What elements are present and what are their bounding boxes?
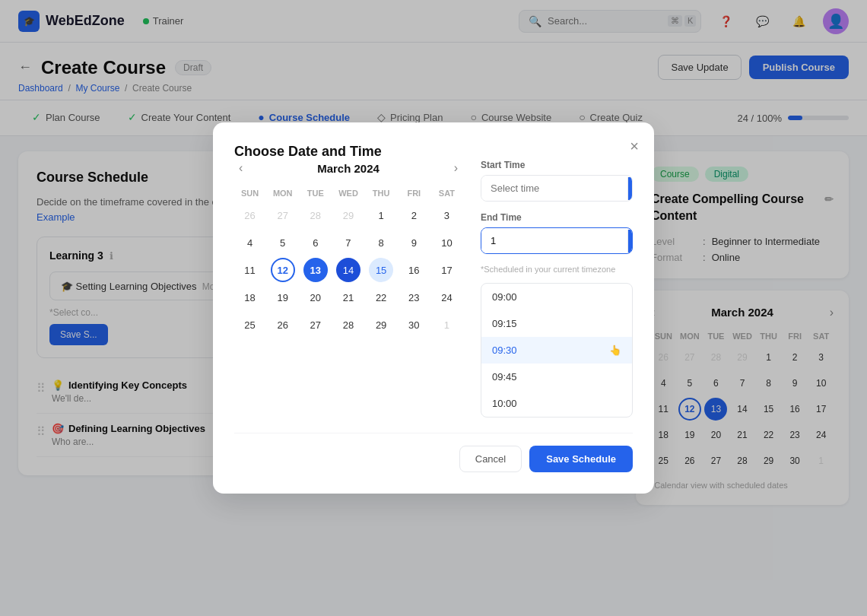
modal-cal-day[interactable]: 26 [238, 203, 262, 227]
modal-calendar-section: ‹ March 2024 › SUN MON TUE WED THU FRI S… [234, 160, 462, 418]
time-option-0915[interactable]: 09:15 [481, 310, 632, 337]
modal-cal-day[interactable]: 23 [402, 285, 426, 310]
end-am-button[interactable]: AM [628, 230, 633, 252]
end-time-input[interactable] [481, 228, 627, 253]
time-option-0930-cursor-icon: 👆 [609, 345, 621, 356]
modal-cal-day[interactable]: 6 [303, 230, 328, 255]
modal-cal-day-today[interactable]: 12 [271, 258, 295, 282]
modal-cal-day[interactable]: 3 [434, 203, 459, 227]
modal-cal-day[interactable]: 5 [271, 230, 295, 255]
modal-save-schedule-button[interactable]: Save Schedule [529, 446, 633, 472]
modal-cal-day[interactable]: 1 [434, 313, 459, 337]
modal-cal-day[interactable]: 1 [369, 203, 393, 227]
modal-cal-day[interactable]: 2 [402, 203, 426, 227]
modal-cal-day[interactable]: 18 [238, 285, 262, 310]
start-time-input[interactable] [481, 176, 627, 201]
timezone-note: *Scheduled in your current timezone [481, 265, 633, 274]
time-option-0945[interactable]: 09:45 [481, 364, 632, 390]
modal-cal-day[interactable]: 8 [369, 230, 393, 255]
modal-cal-day[interactable]: 28 [336, 313, 360, 337]
modal-cal-day[interactable]: 9 [402, 230, 426, 255]
start-am-pm-toggle: AM PM [627, 177, 633, 200]
cal-header-wed: WED [332, 186, 364, 201]
modal-cal-day[interactable]: 22 [369, 285, 393, 310]
modal-cal-day[interactable]: 21 [336, 285, 360, 310]
cal-header-sun: SUN [234, 186, 265, 201]
modal-cal-day[interactable]: 11 [238, 258, 262, 282]
start-time-label: Start Time [481, 160, 633, 170]
modal-cal-day[interactable]: 19 [271, 285, 295, 310]
time-option-1000[interactable]: 10:00 [481, 390, 632, 417]
cal-header-tue: TUE [300, 186, 331, 201]
modal-cal-day[interactable]: 25 [238, 313, 262, 337]
time-option-0930[interactable]: 09:30 👆 [481, 337, 632, 364]
cal-header-mon: MON [267, 186, 298, 201]
modal-cal-day[interactable]: 26 [271, 313, 295, 337]
modal-cal-day[interactable]: 20 [303, 285, 328, 310]
modal-overlay: Choose Date and Time × ‹ March 2024 › SU… [0, 0, 867, 616]
modal-cal-day-selected-end[interactable]: 14 [336, 258, 360, 282]
time-section: Start Time AM PM End Time AM PM [481, 160, 633, 418]
modal-cancel-button[interactable]: Cancel [459, 446, 522, 472]
modal-cal-day[interactable]: 30 [402, 313, 426, 337]
modal-cal-next-button[interactable]: › [449, 160, 462, 176]
end-time-label: End Time [481, 212, 633, 223]
modal-title: Choose Date and Time [234, 144, 382, 159]
modal-cal-day[interactable]: 24 [434, 285, 459, 310]
cal-header-sat: SAT [431, 186, 462, 201]
end-time-row: AM PM [481, 227, 633, 254]
modal-cal-nav: ‹ March 2024 › [234, 160, 462, 176]
modal-cal-day[interactable]: 7 [336, 230, 360, 255]
modal-cal-day-selected-start[interactable]: 13 [303, 258, 328, 282]
modal-cal-day[interactable]: 27 [303, 313, 328, 337]
start-time-row: AM PM [481, 175, 633, 202]
modal-cal-month: March 2024 [317, 162, 380, 175]
modal-cal-day[interactable]: 10 [434, 230, 459, 255]
modal-cal-prev-button[interactable]: ‹ [234, 160, 247, 176]
time-option-0930-text: 09:30 [492, 345, 517, 356]
time-dropdown: 09:00 09:15 09:30 👆 09:45 10:00 [481, 283, 633, 418]
modal-cal-day[interactable]: 27 [271, 203, 295, 227]
cal-header-fri: FRI [399, 186, 430, 201]
modal-cal-day[interactable]: 17 [434, 258, 459, 282]
modal-cal-day[interactable]: 29 [336, 203, 360, 227]
modal-body: ‹ March 2024 › SUN MON TUE WED THU FRI S… [234, 160, 633, 418]
modal-cal-day[interactable]: 4 [238, 230, 262, 255]
time-option-0900[interactable]: 09:00 [481, 284, 632, 310]
modal-cal-grid: SUN MON TUE WED THU FRI SAT 26 27 28 29 … [234, 186, 462, 338]
cal-header-thu: THU [366, 186, 397, 201]
modal-cal-day[interactable]: 16 [402, 258, 426, 282]
modal-cal-day[interactable]: 29 [369, 313, 393, 337]
start-am-button[interactable]: AM [628, 177, 633, 200]
modal-close-button[interactable]: × [630, 138, 639, 155]
end-am-pm-toggle: AM PM [627, 230, 633, 252]
modal-cal-day-range[interactable]: 15 [369, 258, 393, 282]
choose-date-time-modal: Choose Date and Time × ‹ March 2024 › SU… [213, 122, 654, 494]
modal-footer: Cancel Save Schedule [234, 433, 633, 472]
modal-cal-day[interactable]: 28 [303, 203, 328, 227]
